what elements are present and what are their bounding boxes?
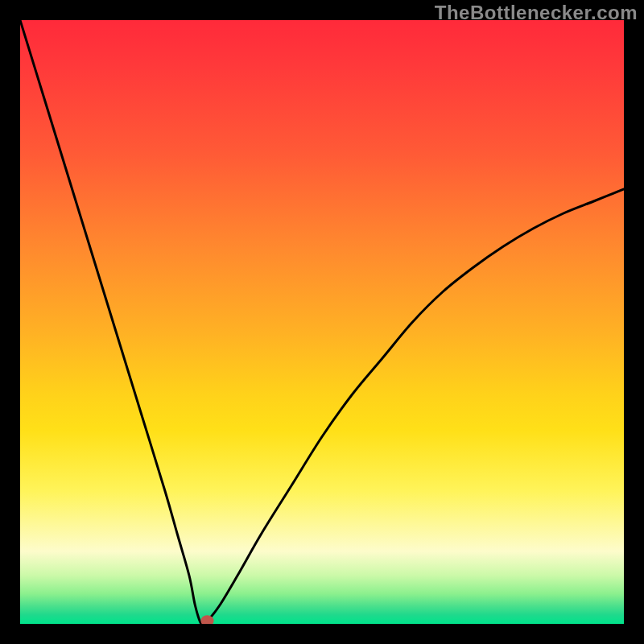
- plot-area: [20, 20, 624, 624]
- chart-frame: TheBottlenecker.com: [0, 0, 644, 644]
- bottleneck-curve: [20, 20, 624, 624]
- curve-layer: [20, 20, 624, 624]
